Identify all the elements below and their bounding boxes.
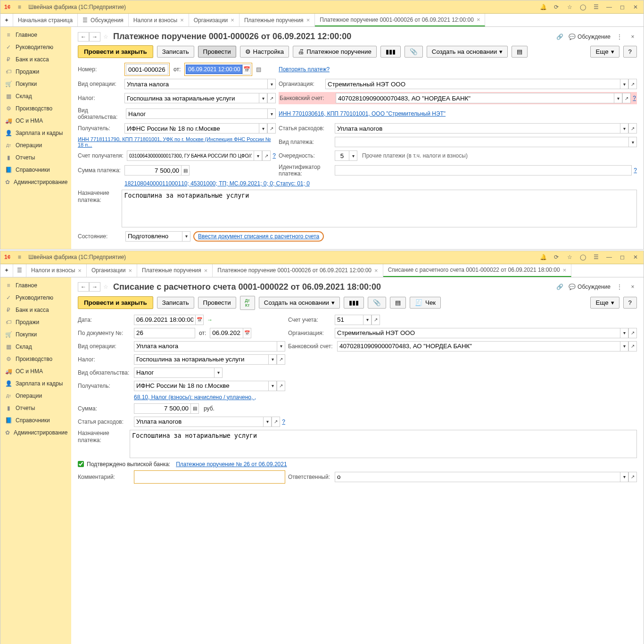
nav-back-button[interactable]: ← [78,32,89,42]
star-icon[interactable]: ☆ [565,253,574,261]
chevron-down-icon[interactable]: ▾ [254,151,262,161]
settings-button[interactable]: ⚙Настройка [240,46,289,58]
chevron-down-icon[interactable]: ▾ [263,417,272,427]
bell-icon[interactable]: 🔔 [539,3,547,11]
chevron-down-icon[interactable]: ▾ [363,315,372,325]
attach-button[interactable]: 📎 [368,297,386,309]
number-input[interactable] [126,64,168,75]
inn-link[interactable]: ИНН 7701030616, КПП 770101001, ООО "Стре… [279,110,446,117]
open-icon[interactable]: ↗ [267,93,276,103]
post-close-button[interactable]: Провести и закрыть [78,296,153,309]
sidebar-item-bank[interactable]: ₽Банк и касса [0,53,71,66]
attach-button[interactable]: 📎 [405,46,423,58]
nav-fwd-button[interactable]: → [89,282,100,292]
op-input[interactable] [124,79,267,89]
bell-icon[interactable]: 🔔 [539,253,547,261]
paytype-input[interactable] [335,137,628,147]
op-input[interactable] [134,341,277,351]
post-button[interactable]: Провести [198,297,236,309]
maximize-icon[interactable]: ◻ [618,3,627,11]
purpose-textarea[interactable] [122,190,637,227]
open-icon[interactable]: ↗ [628,328,637,338]
barcode-button[interactable]: ▮▮▮ [380,46,401,58]
repeat-link[interactable]: Повторять платеж? [279,66,330,73]
circle-icon[interactable]: ◯ [578,3,587,11]
minimize-icon[interactable]: — [605,253,613,261]
ident-input[interactable] [335,165,632,176]
close-icon[interactable]: ✕ [631,253,640,261]
lines-icon[interactable]: ☰ [592,253,600,261]
sidebar-item-purchases[interactable]: 🛒Покупки [0,78,71,90]
chevron-down-icon[interactable]: ▾ [614,93,622,103]
help-button[interactable]: ? [623,46,637,58]
chevron-down-icon[interactable]: ▾ [620,341,628,351]
nav-fwd-button[interactable]: → [89,32,100,42]
open-icon[interactable]: ↗ [628,472,637,482]
state-input[interactable] [125,231,182,242]
sidebar-item-production[interactable]: ⚙Производство [0,102,71,115]
tab-orgs-2[interactable]: Организации× [87,264,137,277]
more-button[interactable]: Еще ▾ [590,46,619,58]
tab-po-doc-2[interactable]: Платежное поручение 0001-000026 от 06.09… [213,264,383,277]
open-icon[interactable]: ↗ [267,123,276,134]
chevron-down-icon[interactable]: ▾ [620,328,628,338]
sidebar-item-manager[interactable]: ✓Руководителю [0,292,71,304]
sum-input[interactable] [134,403,190,414]
bank-input[interactable] [337,341,620,351]
print-button[interactable]: 🖨Платежное поручение [293,46,377,58]
sidebar-item-sales[interactable]: 🏷Продажи [0,316,71,328]
chevron-down-icon[interactable]: ▾ [214,368,223,378]
date-input[interactable] [134,315,195,325]
menu-icon[interactable]: ≡ [15,253,24,261]
chevron-down-icon[interactable]: ▾ [268,354,277,365]
org-input[interactable] [325,79,620,89]
sidebar-item-payroll[interactable]: 👤Зарплата и кадры [0,377,71,390]
close-doc-icon[interactable]: × [628,283,637,291]
chevron-down-icon[interactable]: ▾ [277,341,285,351]
star-icon[interactable]: ☆ [565,3,574,11]
menu-icon[interactable]: ≡ [15,3,24,11]
chevron-down-icon[interactable]: ▾ [267,109,276,119]
check-button[interactable]: 🧾Чек [410,297,441,309]
open-icon[interactable]: ↗ [277,354,285,365]
circle-icon[interactable]: ◯ [578,253,587,261]
create-based-button[interactable]: Создать на основании ▾ [427,46,508,58]
chevron-down-icon[interactable]: ▾ [268,381,277,391]
chevron-down-icon[interactable]: ▾ [620,472,628,482]
confirmed-checkbox[interactable] [78,461,84,467]
inn-recip-link[interactable]: ИНН 7718111790, КПП 771801001, УФК по г.… [78,136,276,148]
priority-input[interactable] [335,151,349,161]
sidebar-item-payroll[interactable]: 👤Зарплата и кадры [0,127,71,139]
tab-po-list-2[interactable]: Платежные поручения× [137,264,213,277]
enter-writeoff-link[interactable]: Ввести документ списания с расчетного сч… [198,233,319,240]
write-button[interactable]: Записать [157,297,194,309]
tab-po-doc[interactable]: Платежное поручение 0001-000026 от 06.09… [315,14,485,26]
sidebar-item-bank[interactable]: ₽Банк и касса [0,304,71,316]
sidebar-item-purchases[interactable]: 🛒Покупки [0,328,71,341]
tab-start[interactable]: Начальная страница [13,14,78,26]
chevron-down-icon[interactable]: ▾ [182,231,190,242]
discuss-button[interactable]: 💬Обсуждение [569,284,611,290]
history-icon[interactable]: ⟳ [552,253,561,261]
calendar-icon[interactable]: 📅 [243,328,251,338]
tab-orgs[interactable]: Организации× [189,14,239,26]
report-button[interactable]: ▤ [390,297,406,309]
post-close-button[interactable]: Провести и закрыть [78,45,153,58]
close-doc-icon[interactable]: × [628,33,637,41]
field-icon[interactable]: → [206,316,214,324]
sidebar-item-production[interactable]: ⚙Производство [0,353,71,365]
tab-writeoff-doc[interactable]: Списание с расчетного счета 0001-000022 … [383,264,572,277]
calendar-icon[interactable]: 📅 [242,64,251,75]
field-icon[interactable]: ▤ [254,65,263,74]
kbk-link[interactable]: 18210804000011000110; 45301000; ТП; МС.0… [124,180,310,187]
sidebar-item-catalogs[interactable]: 📘Справочники [0,164,71,176]
open-icon[interactable]: ↗ [628,79,637,89]
open-icon[interactable]: ↗ [262,151,271,161]
sidebar-item-assets[interactable]: 🚚ОС и НМА [0,115,71,127]
chevron-down-icon[interactable]: ▾ [620,123,628,134]
org-input[interactable] [335,328,620,338]
sum-input[interactable] [124,165,181,176]
acct-input[interactable] [127,151,254,161]
bank-help-link[interactable]: ? [633,95,636,101]
create-based-button[interactable]: Создать на основании ▾ [259,297,340,309]
